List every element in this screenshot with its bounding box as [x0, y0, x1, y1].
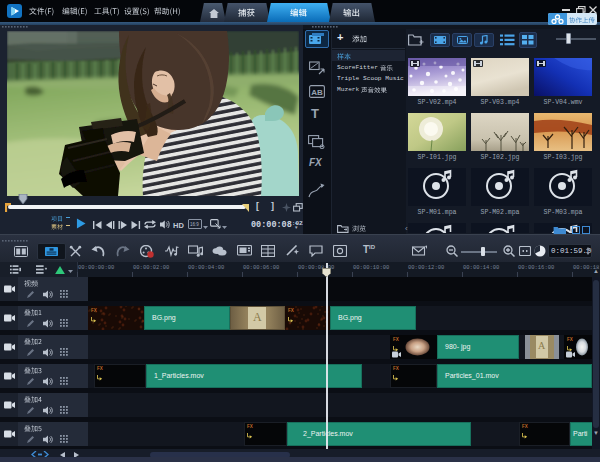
svg-text:AB: AB [311, 88, 323, 97]
